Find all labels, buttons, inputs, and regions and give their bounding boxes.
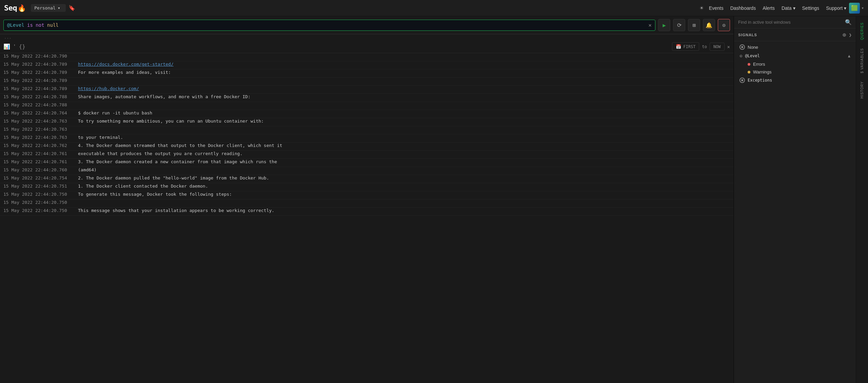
log-row[interactable]: 15 May 2022 22:44:20.750This message sho… <box>0 208 733 216</box>
log-row[interactable]: 15 May 2022 22:44:20.790 <box>0 53 733 61</box>
find-input[interactable] <box>738 20 845 25</box>
logo-flame: 🔥 <box>18 4 26 12</box>
sidebar-tab-variables[interactable]: $ VARIABLES <box>859 45 865 77</box>
quote-icon[interactable]: ' <box>13 43 16 50</box>
log-timestamp: 15 May 2022 22:44:20.750 <box>3 200 78 205</box>
log-row[interactable]: 15 May 2022 22:44:20.788Share images, au… <box>0 94 733 102</box>
workspace-selector[interactable]: Personal ▾ <box>31 4 65 12</box>
log-row[interactable]: 15 May 2022 22:44:20.7511. The Docker cl… <box>0 183 733 191</box>
log-timestamp: 15 May 2022 22:44:20.761 <box>3 151 78 156</box>
log-row[interactable]: 15 May 2022 22:44:20.763 <box>0 126 733 134</box>
columns-button[interactable]: ⊞ <box>688 19 700 31</box>
now-label: NOW <box>713 44 721 49</box>
bookmark-icon[interactable]: 🔖 <box>68 5 75 11</box>
query-at: @Level <box>7 22 24 28</box>
log-row[interactable]: 15 May 2022 22:44:20.789https://hub.dock… <box>0 86 733 94</box>
log-timestamp: 15 May 2022 22:44:20.789 <box>3 70 78 75</box>
signal-dot-warnings <box>748 71 750 73</box>
query-is: is <box>27 22 36 28</box>
signals-add-button[interactable]: ⊕ <box>843 31 846 38</box>
sidebar-tab-history[interactable]: HISTORY <box>859 78 865 102</box>
log-row[interactable]: 15 May 2022 22:44:20.7613. The Docker da… <box>0 159 733 167</box>
nav-events[interactable]: Events <box>709 5 724 11</box>
log-message: (amd64) <box>78 167 730 172</box>
signal-sub-name-errors: Errors <box>753 62 765 67</box>
log-message: 4. The Docker daemon streamed that outpu… <box>78 143 730 148</box>
log-message: 3. The Docker daemon created a new conta… <box>78 159 730 164</box>
nav-settings[interactable]: Settings <box>802 5 820 11</box>
log-row[interactable]: 15 May 2022 22:44:20.750To generate this… <box>0 191 733 199</box>
search-input-wrapper[interactable]: @Level is not null × <box>3 20 655 31</box>
calendar-icon: 📅 <box>676 44 681 49</box>
log-timestamp: 15 May 2022 22:44:20.789 <box>3 62 78 67</box>
log-message: https://docs.docker.com/get-started/ <box>78 62 730 67</box>
loop-button[interactable]: ⟳ <box>673 19 685 31</box>
log-row[interactable]: 15 May 2022 22:44:20.761executable that … <box>0 151 733 159</box>
log-row[interactable]: 15 May 2022 22:44:20.763To try something… <box>0 118 733 126</box>
log-timestamp: 15 May 2022 22:44:20.790 <box>3 54 78 59</box>
play-button[interactable]: ▶ <box>658 19 670 31</box>
signal-radio-exceptions <box>739 78 745 83</box>
signals-list: None ⊙ @Level ▲ Errors Warnings <box>734 41 856 86</box>
log-timestamp: 15 May 2022 22:44:20.762 <box>3 143 78 148</box>
log-timestamp: 15 May 2022 22:44:20.750 <box>3 208 78 213</box>
signal-button[interactable]: ⊙ <box>718 19 730 31</box>
signal-name-exceptions: Exceptions <box>748 78 772 83</box>
right-panel: 🔍 SIGNALS ⊕ ❯ None ⊙ @Level ▲ <box>734 16 856 383</box>
bar-chart-icon[interactable]: 📊 <box>3 43 10 50</box>
right-sidebar-tabs: QUERIES $ VARIABLES HISTORY <box>856 16 868 383</box>
log-message: To generate this message, Docker took th… <box>78 192 730 197</box>
date-clear-button[interactable]: ✕ <box>727 44 730 49</box>
log-timestamp: 15 May 2022 22:44:20.751 <box>3 184 78 189</box>
brace-icon[interactable]: {} <box>19 43 25 50</box>
date-from-input[interactable]: 📅 FIRST <box>672 42 699 51</box>
log-message: to your terminal. <box>78 135 730 140</box>
log-message: To try something more ambitious, you can… <box>78 119 730 124</box>
logo: Seq 🔥 <box>4 4 26 12</box>
signal-sub-warnings[interactable]: Warnings <box>734 68 856 76</box>
signals-header: SIGNALS ⊕ ❯ <box>734 28 856 41</box>
log-row[interactable]: 15 May 2022 22:44:20.760(amd64) <box>0 167 733 175</box>
nav-data[interactable]: Data ▾ <box>782 5 795 11</box>
log-message: 2. The Docker daemon pulled the "hello-w… <box>78 175 730 180</box>
find-search-icon[interactable]: 🔍 <box>845 19 852 25</box>
search-query[interactable]: @Level is not null <box>7 22 646 28</box>
log-row[interactable]: 15 May 2022 22:44:20.763to your terminal… <box>0 134 733 143</box>
log-row[interactable]: 15 May 2022 22:44:20.788 <box>0 102 733 110</box>
avatar-chevron-icon[interactable]: ▾ <box>861 5 864 10</box>
log-row[interactable]: 15 May 2022 22:44:20.789https://docs.doc… <box>0 61 733 69</box>
sun-icon[interactable]: ☀ <box>700 4 704 12</box>
signal-sub-errors[interactable]: Errors <box>734 60 856 68</box>
data-chevron-icon: ▾ <box>793 5 795 11</box>
signals-title: SIGNALS <box>738 33 843 37</box>
log-row[interactable]: 15 May 2022 22:44:20.7542. The Docker da… <box>0 175 733 183</box>
signal-dot-errors <box>748 63 750 66</box>
search-clear-button[interactable]: × <box>648 22 652 28</box>
signal-item-exceptions[interactable]: Exceptions <box>734 76 856 85</box>
log-row[interactable]: 15 May 2022 22:44:20.789For more example… <box>0 69 733 78</box>
avatar[interactable]: 🟩 <box>849 3 860 14</box>
log-message: This message shows that your installatio… <box>78 208 730 213</box>
nav-alerts[interactable]: Alerts <box>763 5 775 11</box>
alert-button[interactable]: 🔔 <box>703 19 715 31</box>
log-message: https://hub.docker.com/ <box>78 86 730 91</box>
signal-item-none[interactable]: None <box>734 43 856 51</box>
nav-support[interactable]: Support ▾ <box>826 5 846 11</box>
date-to-input[interactable]: NOW <box>710 43 725 51</box>
date-format-icons: 📊 ' {} <box>3 43 25 50</box>
signal-radio-none <box>739 44 745 50</box>
log-timestamp: 15 May 2022 22:44:20.789 <box>3 86 78 91</box>
log-row[interactable]: 15 May 2022 22:44:20.764$ docker run -it… <box>0 110 733 118</box>
sidebar-tab-queries[interactable]: QUERIES <box>859 19 865 43</box>
signals-expand-button[interactable]: ❯ <box>849 32 852 38</box>
workspace-chevron-icon: ▾ <box>58 5 60 10</box>
signal-group-level[interactable]: ⊙ @Level ▲ <box>734 51 856 60</box>
log-timestamp: 15 May 2022 22:44:20.788 <box>3 102 78 107</box>
signal-radio-inner-exceptions <box>741 79 743 81</box>
nav-dashboards[interactable]: Dashboards <box>730 5 756 11</box>
log-row[interactable]: 15 May 2022 22:44:20.7624. The Docker da… <box>0 143 733 151</box>
log-row[interactable]: 15 May 2022 22:44:20.789 <box>0 78 733 86</box>
first-label: FIRST <box>683 44 695 49</box>
log-row[interactable]: 15 May 2022 22:44:20.750 <box>0 199 733 208</box>
find-bar: 🔍 <box>734 16 856 28</box>
